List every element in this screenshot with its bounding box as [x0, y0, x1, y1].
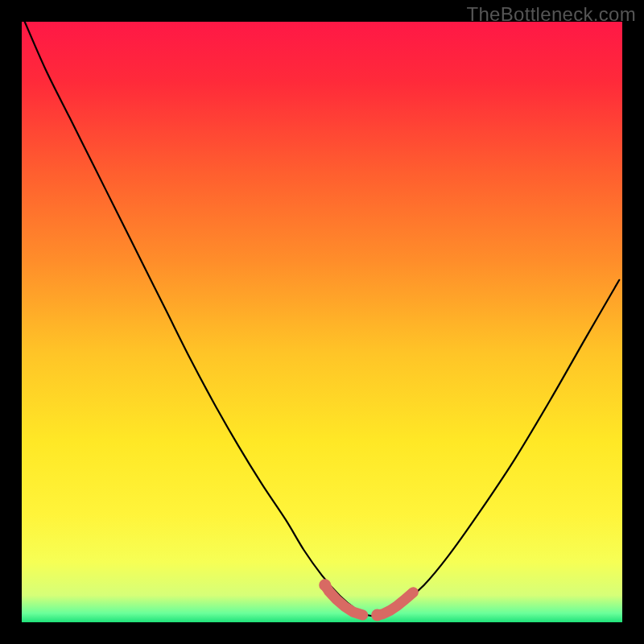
bottleneck-chart-svg	[22, 22, 622, 622]
plot-area	[22, 22, 622, 622]
left-marker-dot	[319, 579, 331, 591]
watermark-label: TheBottleneck.com	[466, 3, 636, 26]
gradient-background	[22, 22, 622, 622]
chart-frame: TheBottleneck.com	[0, 0, 644, 644]
right-marker-dot	[371, 609, 383, 621]
